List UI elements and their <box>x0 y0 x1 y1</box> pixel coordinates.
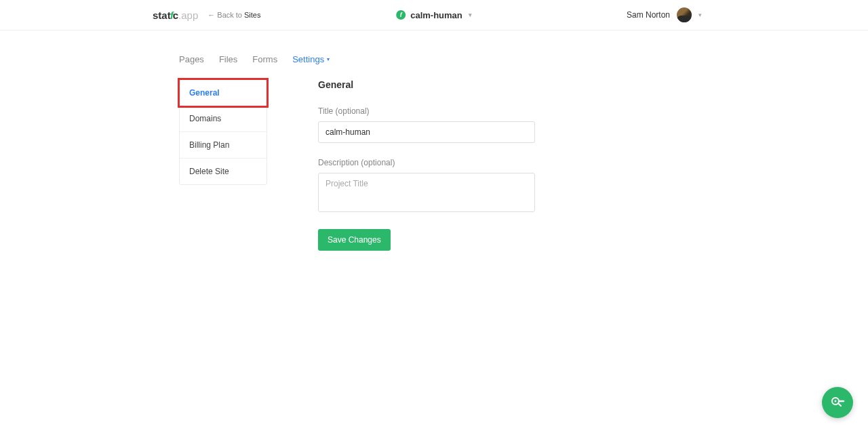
sidebar-item-delete-site[interactable]: Delete Site <box>180 159 267 184</box>
top-header: statfc.app ← Back to Sites f calm-human … <box>0 0 868 30</box>
title-label: Title (optional) <box>318 106 535 116</box>
app-logo[interactable]: statfc.app <box>153 9 198 21</box>
save-changes-button[interactable]: Save Changes <box>318 229 391 251</box>
back-prefix: ← Back to <box>208 11 244 19</box>
highlight-annotation: General <box>178 78 269 108</box>
sidebar-item-billing-plan[interactable]: Billing Plan <box>180 132 267 159</box>
sidebar-item-label: Billing Plan <box>189 140 229 150</box>
tab-forms[interactable]: Forms <box>252 54 277 64</box>
lightning-badge-icon: f <box>396 10 406 20</box>
chevron-down-icon: ▾ <box>698 12 702 18</box>
tab-pages[interactable]: Pages <box>179 54 204 64</box>
section-heading: General <box>318 79 535 90</box>
settings-sidebar: General Domains Billing Plan Delete Site <box>179 79 267 185</box>
description-label: Description (optional) <box>318 158 535 167</box>
sidebar-item-label: Delete Site <box>189 167 229 176</box>
sidebar-item-label: General <box>189 88 220 98</box>
back-target: Sites <box>244 11 260 19</box>
sidebar-item-general[interactable]: General <box>180 80 267 106</box>
back-to-sites-link[interactable]: ← Back to Sites <box>208 11 260 19</box>
avatar <box>677 7 692 22</box>
sidebar-item-label: Domains <box>189 114 221 123</box>
description-textarea[interactable] <box>318 173 535 212</box>
tab-settings[interactable]: Settings ▾ <box>292 54 330 64</box>
sidebar-item-domains[interactable]: Domains <box>180 106 267 132</box>
header-left: statfc.app ← Back to Sites <box>14 9 261 21</box>
logo-text-1: stat <box>153 9 171 21</box>
current-site-name: calm-human <box>410 10 462 20</box>
description-field-group: Description (optional) <box>318 158 535 214</box>
main-tabs: Pages Files Forms Settings ▾ <box>179 30 694 79</box>
settings-form: General Title (optional) Description (op… <box>318 79 535 251</box>
title-input[interactable] <box>318 121 535 143</box>
logo-app-suffix: .app <box>178 9 198 21</box>
title-field-group: Title (optional) <box>318 106 535 143</box>
user-name-label: Sam Norton <box>627 10 670 20</box>
user-menu[interactable]: Sam Norton ▾ <box>627 7 702 22</box>
chevron-down-icon: ▾ <box>327 56 330 62</box>
tab-files[interactable]: Files <box>219 54 237 64</box>
site-selector[interactable]: f calm-human ▾ <box>396 10 472 20</box>
chevron-down-icon: ▾ <box>469 12 472 18</box>
